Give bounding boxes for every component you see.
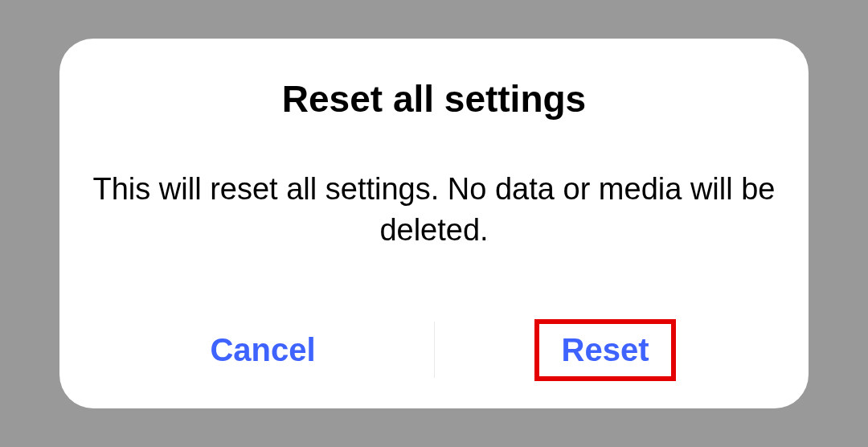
cancel-button[interactable]: Cancel bbox=[195, 326, 330, 375]
reset-button[interactable]: Reset bbox=[547, 326, 664, 375]
dialog-actions: Cancel Reset bbox=[59, 314, 809, 386]
reset-settings-dialog: Reset all settings This will reset all s… bbox=[59, 39, 809, 408]
cancel-action-slot: Cancel bbox=[92, 326, 434, 375]
dialog-title: Reset all settings bbox=[59, 77, 809, 121]
highlight-annotation: Reset bbox=[534, 319, 677, 381]
confirm-action-slot: Reset bbox=[434, 319, 776, 381]
dialog-body-text: This will reset all settings. No data or… bbox=[59, 169, 809, 314]
